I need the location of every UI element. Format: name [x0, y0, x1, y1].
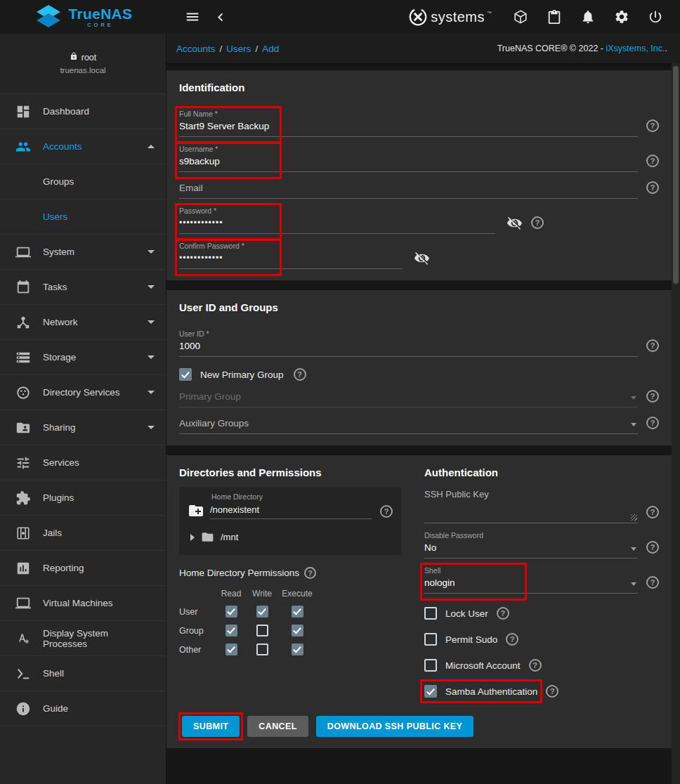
sidebar-item-storage[interactable]: Storage [0, 340, 166, 375]
user-id-input[interactable]: 1000 [179, 338, 638, 357]
perm-cell [247, 606, 277, 618]
download-ssh-key-button[interactable]: DOWNLOAD SSH PUBLIC KEY [316, 716, 474, 737]
sidebar-item-sharing[interactable]: Sharing [0, 410, 166, 445]
perm-other-execute-checkbox[interactable] [292, 643, 303, 655]
sidebar-item-virtual-machines[interactable]: Virtual Machines [0, 586, 166, 621]
help-icon[interactable] [546, 685, 558, 698]
confirm-password-input[interactable]: •••••••••••• [179, 250, 403, 269]
help-icon[interactable] [529, 659, 542, 672]
sidebar-item-services[interactable]: Services [0, 445, 166, 481]
help-icon[interactable] [646, 417, 659, 429]
sidebar-item-network[interactable]: Network [0, 305, 166, 340]
shell-select[interactable]: nologin [424, 575, 638, 594]
lock-user-control: Lock User [424, 607, 488, 620]
home-directory-input[interactable]: /nonexistent [210, 503, 372, 519]
help-icon[interactable] [646, 506, 659, 518]
breadcrumb-users[interactable]: Users [226, 44, 251, 54]
create-folder-icon[interactable] [188, 502, 204, 519]
help-icon[interactable] [646, 155, 659, 167]
system-icon [15, 244, 31, 260]
help-icon[interactable] [380, 505, 393, 518]
auxiliary-groups-select[interactable]: Auxiliary Groups [179, 415, 638, 434]
lock-user-checkbox[interactable] [424, 607, 437, 620]
help-icon[interactable] [646, 181, 659, 194]
help-icon[interactable] [304, 567, 316, 579]
password-input[interactable]: •••••••••••• [179, 215, 495, 234]
sidebar-item-jails[interactable]: Jails [0, 516, 166, 551]
perm-group-write-checkbox[interactable] [256, 625, 268, 636]
full-name-input[interactable]: Start9 Server Backup [179, 118, 638, 137]
perm-user-write-checkbox[interactable] [256, 606, 268, 618]
sidebar-item-guide[interactable]: Guide [0, 691, 166, 726]
microsoft-account-checkbox[interactable] [424, 659, 437, 672]
perm-other-read-checkbox[interactable] [225, 643, 237, 655]
scrollbar-thumb[interactable] [673, 66, 679, 284]
email-input[interactable]: Email [179, 180, 638, 199]
identification-section: Identification Full Name * Start9 Server… [166, 70, 672, 280]
help-icon[interactable] [646, 576, 659, 589]
perm-row-label-user: User [179, 607, 216, 617]
chevron-down-icon[interactable] [631, 547, 636, 551]
sidebar-item-plugins[interactable]: Plugins [0, 481, 166, 516]
settings-icon[interactable] [614, 9, 629, 25]
tree-item-mnt[interactable]: /mnt [190, 530, 393, 544]
notifications-icon[interactable] [580, 9, 596, 25]
visibility-off-icon[interactable] [414, 250, 430, 266]
ssh-public-key-input[interactable] [424, 499, 638, 523]
sidebar-item-accounts[interactable]: Accounts [0, 129, 166, 164]
sidebar-item-display-system-processes[interactable]: Display System Processes [0, 621, 166, 656]
perm-other-write-checkbox[interactable] [256, 643, 268, 655]
permit-sudo-checkbox[interactable] [424, 633, 437, 646]
chevron-down-icon[interactable] [631, 423, 636, 426]
help-icon[interactable] [497, 607, 509, 620]
sidebar-item-directory-services[interactable]: Directory Services [0, 375, 166, 410]
sidebar-item-label: Tasks [43, 282, 148, 292]
sidebar-item-label: Jails [43, 528, 155, 538]
primary-group-select[interactable]: Primary Group [179, 388, 638, 407]
copyright: TrueNAS CORE® © 2022 - iXsystems, Inc.. [497, 44, 667, 53]
sidebar-item-shell[interactable]: Shell [0, 656, 166, 691]
chevron-right-icon[interactable] [190, 534, 195, 541]
perm-group-read-checkbox[interactable] [225, 625, 237, 636]
scrollbar[interactable] [672, 63, 680, 784]
sidebar-item-tasks[interactable]: Tasks [0, 270, 166, 305]
new-primary-group-checkbox[interactable] [179, 368, 192, 381]
main-content: Accounts/Users/Add TrueNAS CORE® © 2022 … [166, 34, 680, 784]
perm-header-write: Write [247, 589, 277, 599]
visibility-off-icon[interactable] [506, 215, 523, 231]
tasks-icon[interactable] [547, 9, 562, 25]
sidebar-item-system[interactable]: System [0, 235, 166, 270]
perm-group-execute-checkbox[interactable] [292, 625, 303, 636]
copyright-link[interactable]: iXsystems, Inc. [606, 44, 665, 53]
sidebar-item-dashboard[interactable]: Dashboard [0, 94, 166, 129]
breadcrumb-accounts[interactable]: Accounts [176, 44, 216, 54]
disable-password-select[interactable]: No [424, 540, 638, 558]
perm-user-read-checkbox[interactable] [225, 606, 237, 618]
submit-button[interactable]: SUBMIT [182, 716, 240, 737]
full-name-label: Full Name * [179, 110, 638, 118]
help-icon[interactable] [646, 541, 659, 554]
samba-authentication-checkbox[interactable] [424, 685, 437, 698]
help-icon[interactable] [646, 390, 659, 403]
inventory-icon[interactable] [513, 9, 528, 25]
breadcrumb-add[interactable]: Add [262, 44, 279, 54]
help-icon[interactable] [531, 216, 544, 229]
cancel-button[interactable]: CANCEL [247, 716, 308, 737]
sidebar-item-label: System [43, 247, 148, 257]
directory-services-icon [15, 385, 31, 400]
username-input[interactable]: s9backup [179, 153, 638, 172]
help-icon[interactable] [646, 339, 659, 352]
sidebar-item-groups[interactable]: Groups [0, 164, 166, 200]
help-icon[interactable] [646, 119, 659, 132]
sidebar-item-reporting[interactable]: Reporting [0, 551, 166, 586]
help-icon[interactable] [294, 368, 306, 381]
back-icon[interactable] [214, 11, 228, 24]
help-icon[interactable] [506, 633, 518, 646]
power-icon[interactable] [648, 9, 663, 25]
chevron-down-icon[interactable] [631, 396, 636, 400]
resize-grip-icon[interactable] [631, 514, 637, 521]
sidebar-item-users[interactable]: Users [0, 200, 166, 235]
chevron-down-icon[interactable] [631, 582, 636, 586]
perm-user-execute-checkbox[interactable] [292, 606, 303, 618]
menu-icon[interactable] [185, 9, 200, 25]
